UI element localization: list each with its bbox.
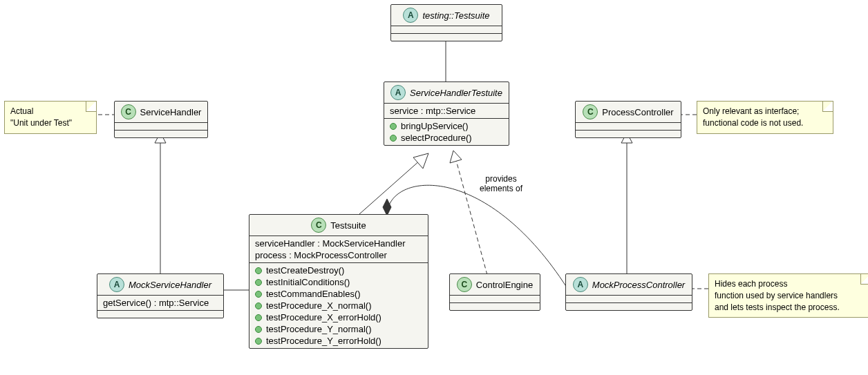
attr: serviceHandler : MockServiceHandler: [255, 238, 405, 249]
class-process-controller: C ProcessController: [575, 101, 681, 138]
class-icon: C: [121, 104, 136, 119]
abstract-icon: A: [390, 85, 406, 100]
attr: getService() : mtp::Service: [103, 298, 209, 308]
class-icon: C: [311, 218, 326, 233]
class-icon: C: [583, 104, 598, 119]
note-unit-under-test: Actual "Unit under Test": [4, 101, 97, 134]
method: selectProcedure(): [401, 133, 472, 143]
method: testCommandEnables(): [266, 289, 361, 299]
edge-label-provides: provides elements of: [470, 174, 532, 193]
method: testProcedure_Y_normal(): [266, 324, 371, 334]
visibility-icon: [390, 135, 397, 142]
abstract-icon: A: [109, 277, 124, 292]
attr: process : MockProcessController: [255, 250, 387, 260]
class-title: MockServiceHandler: [129, 280, 211, 290]
class-icon: C: [457, 277, 472, 292]
method: bringUpService(): [401, 121, 469, 131]
method: testProcedure_Y_errorHold(): [266, 336, 381, 346]
class-title: ServiceHandler: [140, 107, 202, 117]
class-control-engine: C ControlEngine: [449, 273, 540, 311]
svg-marker-6: [383, 199, 391, 215]
class-title: ControlEngine: [476, 280, 533, 290]
class-title: ServiceHandlerTestuite: [410, 88, 502, 98]
visibility-icon: [255, 302, 262, 309]
class-mock-service-handler: A MockServiceHandler getService() : mtp:…: [97, 273, 224, 318]
class-title: testing::Testsuite: [422, 10, 489, 21]
diagram-edges: [0, 0, 868, 375]
note-mock-process-controller: Hides each process function used by serv…: [708, 273, 868, 318]
method: testProcedure_X_normal(): [266, 300, 371, 311]
class-testing-testsuite: A testing::Testsuite: [390, 4, 502, 41]
svg-marker-4: [450, 151, 462, 163]
class-service-handler: C ServiceHandler: [114, 101, 208, 138]
class-service-handler-testsuite: A ServiceHandlerTestuite service : mtp::…: [384, 81, 509, 146]
class-title: MockProcessController: [592, 280, 685, 290]
note-process-controller: Only relevant as interface; functional c…: [697, 101, 833, 134]
visibility-icon: [255, 338, 262, 345]
method: testCreateDestroy(): [266, 265, 344, 276]
attr: service : mtp::Service: [390, 106, 475, 116]
visibility-icon: [255, 267, 262, 274]
visibility-icon: [255, 326, 262, 333]
svg-marker-1: [413, 153, 428, 169]
class-title: ProcessController: [602, 107, 673, 117]
visibility-icon: [255, 279, 262, 286]
method: testProcedure_X_errorHold(): [266, 312, 381, 323]
visibility-icon: [255, 291, 262, 298]
abstract-icon: A: [403, 8, 418, 23]
visibility-icon: [255, 314, 262, 321]
class-title: Testsuite: [330, 220, 366, 231]
class-mock-process-controller: A MockProcessController: [565, 273, 692, 311]
method: testInitialConditions(): [266, 277, 350, 287]
visibility-icon: [390, 123, 397, 130]
class-testsuite: C Testsuite serviceHandler : MockService…: [249, 214, 428, 349]
abstract-icon: A: [573, 277, 588, 292]
